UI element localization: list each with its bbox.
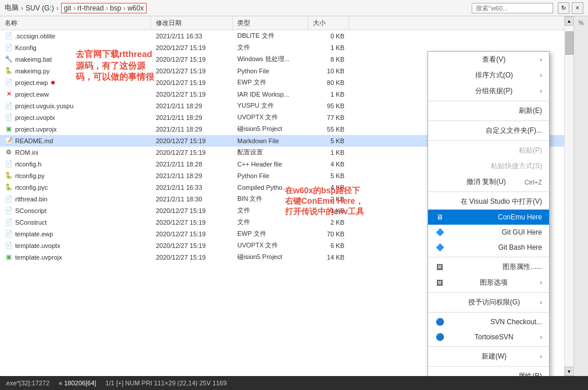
file-date: 2021/2/11 18:29 — [151, 102, 233, 109]
search-input[interactable] — [472, 3, 553, 13]
file-name: ▣ template.uvprojx — [0, 253, 151, 261]
context-menu-item[interactable]: 属性(R) — [428, 368, 549, 376]
file-date: 2021/2/11 18:29 — [151, 172, 233, 179]
file-type: BIN 文件 — [233, 194, 308, 203]
file-size: 8 KB — [308, 56, 349, 63]
col-header-type[interactable]: 类型 — [233, 16, 308, 30]
file-size: 1 KB — [308, 207, 349, 214]
path-drive[interactable]: SUV (G:) — [26, 4, 54, 12]
path-git[interactable]: git — [64, 4, 72, 12]
column-headers: 名称 修改日期 类型 大小 — [0, 16, 564, 30]
menu-item-label: 图形属性...... — [503, 262, 542, 272]
col-header-date[interactable]: 修改日期 — [151, 16, 233, 30]
context-menu-item[interactable]: 🔵TortoiseSVN› — [428, 329, 549, 345]
file-type: 碰ision5 Project — [233, 125, 308, 133]
scroll-up-button[interactable]: ▲ — [565, 16, 574, 26]
file-type-icon: 📝 — [5, 137, 13, 145]
scroll-thumb[interactable] — [565, 31, 573, 55]
context-menu-item[interactable]: 🔷Git Bash Here — [428, 240, 549, 255]
context-menu-item[interactable]: 🖼图形选项› — [428, 275, 549, 290]
menu-item-label: Git Bash Here — [498, 243, 542, 251]
context-menu-item[interactable]: 授予访问权限(G)› — [428, 295, 549, 310]
scroll-track[interactable] — [565, 26, 573, 367]
file-name: 📄 Kconfig — [0, 44, 151, 52]
menu-item-icon: 🖼 — [435, 278, 444, 288]
menu-separator — [428, 257, 549, 257]
menu-item-label: 撤消 复制(U) — [466, 177, 506, 187]
col-header-size[interactable]: 大小 — [308, 16, 349, 30]
file-type-icon: 📄 — [5, 230, 13, 238]
file-type-icon: 🔧 — [5, 55, 13, 63]
file-type-icon: 📄 — [5, 102, 13, 110]
context-menu-item[interactable]: 刷新(E) — [428, 103, 549, 119]
path-rtthread[interactable]: rt-thread — [77, 4, 104, 12]
file-type: UVOPTX 文件 — [233, 241, 308, 250]
file-type-icon: 🐍 — [5, 183, 13, 192]
file-date: 2020/12/27 15:19 — [151, 231, 233, 237]
file-size: 80 KB — [308, 79, 349, 86]
main-container: 去官网下载rtthread 源码，有了这份源 码，可以做的事情很 在w60x的b… — [0, 16, 588, 376]
file-type: IAR IDE Worksp... — [233, 91, 308, 98]
context-menu-item[interactable]: 排序方式(O)› — [428, 68, 549, 83]
file-size: 2 KB — [308, 196, 349, 203]
file-name: 📄 rtthread.bin — [0, 195, 151, 203]
table-row[interactable]: 📄 .sccsign.oblite 2021/2/11 16:33 DBLITE… — [0, 30, 564, 42]
context-menu-item[interactable]: 🖥ConEmu Here — [428, 210, 549, 225]
context-menu-item[interactable]: 粘贴(P) — [428, 143, 549, 158]
file-name: 🐍 rtconfig.pyc — [0, 183, 151, 192]
path-highlighted[interactable]: git › rt-thread › bsp › w60x — [61, 3, 147, 13]
breadcrumb: 电脑 › SUV (G:) › git › rt-thread › bsp › … — [5, 3, 147, 13]
context-menu-item[interactable]: 在 Visual Studio 中打开(V) — [428, 194, 549, 210]
refresh-button[interactable]: ↻ — [558, 2, 569, 14]
context-menu-item[interactable]: 🖼图形属性...... — [428, 259, 549, 275]
file-date: 2020/12/27 15:19 — [151, 242, 233, 249]
file-name: ⚙ ROM.ini — [0, 148, 151, 157]
file-date: 2020/12/27 15:19 — [151, 149, 233, 156]
file-name: 📄 SConscript — [0, 207, 151, 215]
context-menu: 查看(V)›排序方式(O)›分组依据(P)›刷新(E)自定义文件夹(F)...粘… — [427, 51, 550, 376]
path-w60x[interactable]: w60x — [127, 4, 144, 12]
scroll-down-button[interactable]: ▼ — [565, 367, 574, 376]
context-menu-item[interactable]: 🔵SVN Checkout... — [428, 314, 549, 329]
file-size: 2 KB — [308, 219, 349, 226]
file-area: 去官网下载rtthread 源码，有了这份源 码，可以做的事情很 在w60x的b… — [0, 16, 564, 376]
file-name: ✕ project.eww — [0, 90, 151, 98]
file-type-icon: ▣ — [5, 253, 13, 261]
file-date: 2021/2/11 16:33 — [151, 184, 233, 191]
context-menu-item[interactable]: 自定义文件夹(F)... — [428, 123, 549, 139]
file-type-icon: 📄 — [5, 242, 13, 250]
context-menu-item[interactable]: 分组依据(P)› — [428, 83, 549, 99]
menu-separator — [428, 366, 549, 367]
file-size: 4 KB — [308, 161, 349, 168]
context-menu-item[interactable]: 撤消 复制(U)Ctrl+Z — [428, 174, 549, 190]
context-menu-item[interactable]: 查看(V)› — [428, 52, 549, 68]
path-bsp[interactable]: bsp — [110, 4, 121, 12]
context-menu-item[interactable]: 新建(W)› — [428, 349, 549, 364]
path-computer[interactable]: 电脑 — [5, 3, 19, 13]
file-type: C++ Header file — [233, 161, 308, 168]
submenu-arrow: › — [540, 279, 542, 286]
file-type: 文件 — [233, 218, 308, 226]
file-date: 2021/2/11 16:33 — [151, 33, 233, 40]
submenu-arrow: › — [540, 56, 542, 63]
menu-item-label: ConEmu Here — [498, 213, 542, 221]
context-menu-item[interactable]: 🔷Git GUI Here — [428, 225, 549, 240]
col-header-name[interactable]: 名称 — [0, 16, 151, 30]
file-size: 1 KB — [308, 91, 349, 98]
file-name: 📄 SConstruct — [0, 218, 151, 226]
context-menu-item[interactable]: 粘贴快捷方式(S) — [428, 158, 549, 174]
file-size: 55 KB — [308, 126, 349, 133]
scrollbar[interactable]: ▲ ▼ — [564, 16, 573, 376]
far-right-percent[interactable]: % — [578, 19, 585, 27]
file-name: ▣ project.uvprojx — [0, 125, 151, 133]
close-button[interactable]: × — [572, 2, 583, 14]
submenu-arrow: › — [540, 299, 542, 306]
menu-item-icon: 🔵 — [435, 332, 444, 342]
menu-item-label: 排序方式(O) — [475, 70, 513, 80]
file-type: UVOPTX 文件 — [233, 113, 308, 122]
file-type-icon: ⚙ — [5, 148, 13, 157]
file-type: EWP 文件 — [233, 78, 308, 87]
file-name: 📄 template.uvoptx — [0, 242, 151, 250]
file-name: 📄 rtconfig.h — [0, 160, 151, 168]
file-type-icon: ▣ — [5, 125, 13, 133]
